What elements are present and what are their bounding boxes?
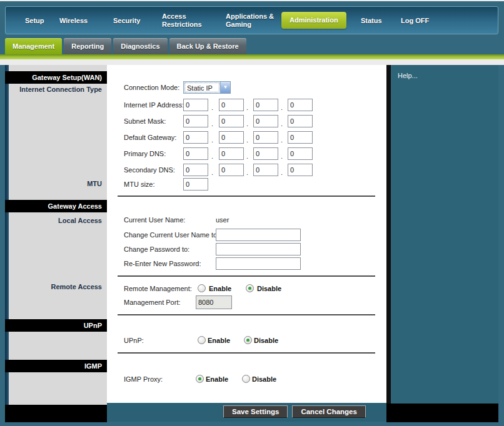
internet-ip-octet-3[interactable] bbox=[253, 99, 278, 111]
tab-diagnostics[interactable]: Diagnostics bbox=[113, 38, 167, 54]
internet-ip-label: Internet IP Address: bbox=[124, 101, 184, 109]
default-gateway-octet-3[interactable] bbox=[253, 131, 278, 144]
remote-management-row: Remote Management: Enable Disable bbox=[107, 282, 386, 296]
default-gateway-octet-2[interactable] bbox=[219, 131, 244, 144]
primary-dns-label: Primary DNS: bbox=[124, 150, 166, 157]
save-settings-button[interactable]: Save Settings bbox=[223, 405, 288, 418]
subnet-mask-octet-3[interactable] bbox=[253, 115, 278, 127]
sidebar: Gateway Setup(WAN) Internet Connection T… bbox=[5, 65, 107, 405]
octet-dot: . bbox=[281, 120, 283, 127]
footer-buttons: Save Settings Cancel Changes bbox=[223, 405, 366, 418]
octet-dot: . bbox=[246, 136, 248, 144]
upnp-enable-radio[interactable] bbox=[198, 336, 206, 344]
octet-dot: . bbox=[211, 104, 213, 111]
current-user-value: user bbox=[216, 216, 229, 224]
secondary-dns-row: Secondary DNS: . . . bbox=[107, 164, 386, 177]
igmp-proxy-row: IGMP Proxy: Enable Disable bbox=[107, 373, 386, 387]
current-user-label: Current User Name: bbox=[124, 216, 185, 224]
primary-dns-row: Primary DNS: . . . bbox=[107, 147, 386, 161]
separator bbox=[118, 314, 375, 315]
management-port-input[interactable] bbox=[196, 295, 232, 309]
nav-item-status[interactable]: Status bbox=[361, 17, 382, 24]
change-password-input[interactable] bbox=[216, 243, 301, 255]
connection-mode-label: Connection Mode: bbox=[124, 84, 179, 91]
mtu-size-input[interactable] bbox=[183, 178, 208, 191]
upnp-row: UPnP: Enable Disable bbox=[107, 334, 386, 348]
footer-bar: Save Settings Cancel Changes bbox=[107, 403, 386, 422]
internet-ip-octet-4[interactable] bbox=[288, 99, 313, 111]
secondary-dns-octet-4[interactable] bbox=[288, 164, 313, 176]
remote-management-label: Remote Management: bbox=[124, 285, 192, 292]
mtu-row: MTU size: bbox=[107, 178, 386, 192]
separator bbox=[118, 352, 375, 354]
remote-management-enable-label: Enable bbox=[209, 285, 231, 292]
nav-item-administration-active[interactable]: Administration bbox=[281, 12, 346, 29]
subnet-mask-octet-2[interactable] bbox=[219, 115, 244, 127]
default-gateway-octet-1[interactable] bbox=[183, 131, 208, 144]
sidebar-footer-bar bbox=[5, 405, 107, 422]
separator bbox=[118, 275, 375, 277]
igmp-enable-label: Enable bbox=[206, 375, 228, 383]
octet-dot: . bbox=[246, 152, 248, 160]
connection-mode-value: Static IP bbox=[184, 82, 219, 92]
help-panel: Help... bbox=[386, 65, 498, 404]
internet-ip-octet-2[interactable] bbox=[219, 99, 244, 111]
octet-dot: . bbox=[246, 169, 248, 176]
nav-item-log-off[interactable]: Log OFF bbox=[401, 17, 429, 24]
internet-ip-octet-1[interactable] bbox=[183, 99, 208, 111]
remote-management-disable-radio[interactable] bbox=[246, 284, 254, 292]
tab-backup-restore[interactable]: Back Up & Restore bbox=[169, 38, 246, 54]
section-header-upnp: UPnP bbox=[5, 319, 107, 332]
upnp-disable-radio[interactable] bbox=[244, 336, 252, 344]
default-gateway-label: Default Gateway: bbox=[124, 134, 176, 141]
section-header-gateway-setup-wan: Gateway Setup(WAN) bbox=[5, 71, 107, 84]
octet-dot: . bbox=[246, 104, 248, 111]
default-gateway-octet-4[interactable] bbox=[288, 131, 313, 144]
subnet-mask-label: Subnet Mask: bbox=[124, 117, 166, 125]
upnp-disable-label: Disable bbox=[254, 337, 278, 344]
primary-dns-octet-2[interactable] bbox=[219, 147, 244, 160]
tab-reporting[interactable]: Reporting bbox=[64, 38, 111, 54]
change-password-label: Change Password to: bbox=[124, 245, 189, 253]
primary-dns-octet-1[interactable] bbox=[183, 147, 208, 160]
secondary-dns-octet-2[interactable] bbox=[219, 164, 244, 176]
octet-dot: . bbox=[211, 136, 213, 144]
help-link[interactable]: Help... bbox=[398, 72, 418, 79]
nav-item-access-restrictions[interactable]: Access Restrictions bbox=[162, 12, 207, 29]
subnet-mask-octet-4[interactable] bbox=[288, 115, 313, 127]
change-password-row: Change Password to: bbox=[107, 243, 386, 257]
upnp-enable-label: Enable bbox=[208, 337, 230, 344]
octet-dot: . bbox=[211, 120, 213, 127]
default-gateway-row: Default Gateway: . . . bbox=[107, 131, 386, 145]
nav-item-security[interactable]: Security bbox=[113, 17, 140, 24]
nav-item-wireless[interactable]: Wireless bbox=[59, 17, 88, 24]
reenter-password-row: Re-Enter New Password: bbox=[107, 257, 386, 271]
change-user-input[interactable] bbox=[216, 229, 301, 241]
router-admin-page: Setup Wireless Security Access Restricti… bbox=[0, 0, 504, 426]
igmp-enable-radio[interactable] bbox=[196, 375, 204, 383]
management-port-label: Management Port: bbox=[124, 299, 181, 306]
change-user-row: Change Current User Name to: bbox=[107, 229, 386, 242]
octet-dot: . bbox=[281, 152, 283, 160]
nav-item-setup[interactable]: Setup bbox=[25, 17, 44, 24]
igmp-disable-radio[interactable] bbox=[242, 375, 250, 383]
primary-dns-octet-4[interactable] bbox=[288, 147, 313, 160]
primary-dns-octet-3[interactable] bbox=[253, 147, 278, 160]
reenter-password-input[interactable] bbox=[216, 257, 301, 270]
nav-item-applications-gaming[interactable]: Applications & Gaming bbox=[226, 12, 277, 29]
sidebar-label-internet-connection-type: Internet Connection Type bbox=[5, 86, 102, 93]
igmp-proxy-label: IGMP Proxy: bbox=[124, 375, 163, 383]
remote-management-enable-radio[interactable] bbox=[198, 284, 206, 292]
tab-management[interactable]: Management bbox=[5, 38, 62, 54]
settings-form: Connection Mode: Static IP ▼ Internet IP… bbox=[107, 65, 386, 403]
octet-dot: . bbox=[211, 152, 213, 160]
connection-mode-select[interactable]: Static IP ▼ bbox=[183, 81, 231, 94]
sidebar-label-remote-access: Remote Access bbox=[5, 283, 102, 290]
top-edge bbox=[0, 0, 504, 1]
section-header-igmp: IGMP bbox=[5, 360, 107, 372]
subnet-mask-octet-1[interactable] bbox=[183, 115, 208, 127]
secondary-dns-octet-1[interactable] bbox=[183, 164, 208, 176]
cancel-changes-button[interactable]: Cancel Changes bbox=[292, 405, 365, 418]
secondary-dns-octet-3[interactable] bbox=[253, 164, 278, 176]
octet-dot: . bbox=[281, 136, 283, 144]
